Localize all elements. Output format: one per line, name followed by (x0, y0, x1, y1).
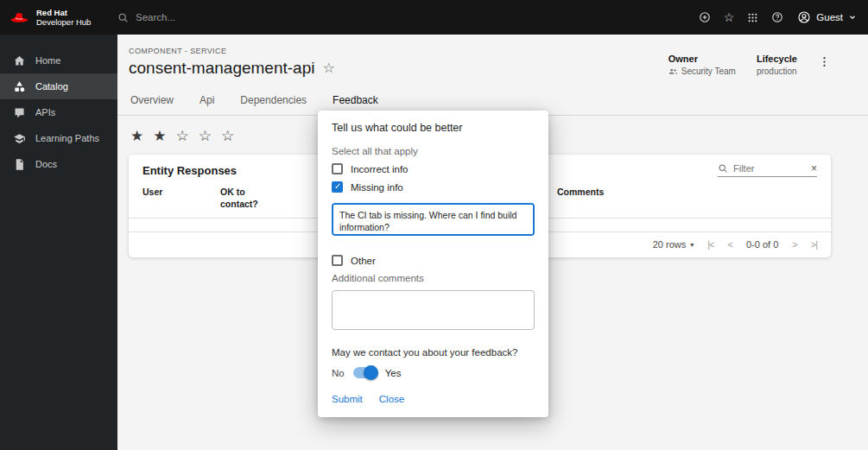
submit-button[interactable]: Submit (332, 394, 363, 404)
help-icon[interactable] (771, 11, 783, 23)
page-header: COMPONENT - SERVICE consent-management-a… (117, 35, 868, 78)
breadcrumb: COMPONENT - SERVICE (129, 47, 335, 55)
pagination-range: 0-0 of 0 (746, 239, 778, 250)
sidebar-item-apis[interactable]: APIs (0, 99, 117, 125)
search-icon (117, 12, 129, 23)
sidebar-item-docs[interactable]: Docs (0, 151, 117, 177)
lifecycle-value: production (757, 67, 797, 76)
brand-line1: Red Hat (36, 8, 91, 17)
lifecycle-block: Lifecycle production (757, 54, 797, 76)
page-title: consent-management-api (129, 59, 314, 78)
toggle-no-label: No (332, 368, 345, 378)
user-name: Guest (816, 12, 843, 22)
column-header-ok-to-contact[interactable]: OK to contact? (220, 187, 265, 210)
header-meta: Owner Security Team Lifecycle production (668, 47, 831, 76)
create-icon[interactable] (699, 11, 711, 23)
top-icon-group: ☆ (699, 11, 784, 23)
feedback-options: Incorrect infoMissing infoOther (332, 163, 535, 266)
owner-label: Owner (668, 54, 736, 64)
top-bar: Red Hat Developer Hub Search... ☆ Guest (0, 0, 868, 35)
sidebar-item-label: Learning Paths (35, 133, 99, 143)
last-page-button[interactable]: >| (811, 239, 817, 250)
owner-value[interactable]: Security Team (681, 67, 736, 76)
toggle-knob (364, 365, 378, 380)
sidebar-item-home[interactable]: Home (0, 48, 117, 73)
sidebar-item-catalog[interactable]: Catalog (0, 73, 117, 99)
contact-question: May we contact you about your feedback? (332, 347, 535, 358)
user-menu[interactable]: Guest (797, 10, 857, 24)
clear-filter-icon[interactable]: × (811, 163, 817, 174)
caret-down-icon: ▾ (690, 241, 694, 249)
checkbox-unchecked-icon (332, 163, 343, 174)
prev-page-button[interactable]: < (728, 239, 732, 250)
toggle-yes-label: Yes (385, 368, 402, 378)
avatar-icon (797, 10, 811, 24)
rating-star-1-filled[interactable]: ★ (130, 129, 143, 143)
contact-toggle-row: No Yes (332, 367, 535, 378)
contact-toggle[interactable] (353, 367, 377, 378)
tab-dependencies[interactable]: Dependencies (238, 89, 308, 116)
additional-comments-textarea[interactable] (332, 290, 535, 330)
sidebar-item-label: Catalog (35, 81, 68, 92)
rows-per-page-value: 20 rows (653, 239, 687, 250)
filter-input[interactable] (733, 163, 806, 174)
chevron-down-icon (848, 13, 857, 22)
rating-star-2-filled[interactable]: ★ (153, 129, 166, 143)
tab-api[interactable]: Api (198, 89, 216, 116)
sidebar-item-label: Docs (35, 159, 57, 169)
checkbox-label: Missing info (351, 182, 403, 193)
brand-text: Red Hat Developer Hub (36, 8, 91, 28)
filter-search-icon (718, 163, 728, 174)
card-title: Entity Responses (143, 164, 237, 177)
red-hat-logo-icon (10, 10, 29, 24)
feedback-modal: Tell us what could be better Select all … (318, 111, 548, 417)
global-search[interactable]: Search... (117, 12, 699, 23)
rating-star-5-outline[interactable]: ☆ (221, 129, 234, 143)
starred-items-icon[interactable]: ☆ (724, 11, 735, 23)
filter-box[interactable]: × (718, 163, 817, 177)
column-header-comments[interactable]: Comments (557, 187, 817, 210)
checkbox-checked-icon (332, 181, 343, 193)
checkbox-missing-info[interactable]: Missing info (332, 181, 535, 193)
checkbox-label: Incorrect info (351, 164, 408, 174)
sidebar-item-learning-paths[interactable]: Learning Paths (0, 125, 117, 151)
lifecycle-label: Lifecycle (757, 54, 797, 64)
next-page-button[interactable]: > (792, 239, 796, 250)
brand-line2: Developer Hub (36, 17, 91, 27)
column-header-user[interactable]: User (143, 187, 220, 210)
additional-comments-label: Additional comments (332, 273, 535, 283)
rows-per-page-select[interactable]: 20 rows ▾ (653, 239, 694, 250)
checkbox-incorrect-info[interactable]: Incorrect info (332, 163, 535, 174)
group-icon (668, 67, 678, 76)
tab-overview[interactable]: Overview (129, 89, 175, 116)
checkbox-unchecked-icon (332, 255, 343, 266)
rating-star-4-outline[interactable]: ☆ (199, 129, 212, 143)
catalog-icon (13, 80, 26, 93)
modal-subtitle: Select all that apply (332, 146, 535, 156)
kebab-menu-icon[interactable] (818, 55, 831, 68)
close-button[interactable]: Close (379, 394, 404, 404)
sidebar: HomeCatalogAPIsLearning PathsDocs (0, 35, 117, 450)
apis-icon (13, 106, 26, 119)
learning-paths-icon (13, 132, 26, 145)
owner-block: Owner Security Team (668, 54, 736, 76)
rating-star-3-outline[interactable]: ☆ (176, 129, 189, 143)
docs-icon (13, 158, 26, 171)
checkbox-label: Other (351, 256, 376, 266)
modal-title: Tell us what could be better (332, 122, 535, 134)
search-placeholder: Search... (136, 12, 175, 22)
sidebar-item-label: Home (35, 55, 60, 66)
home-icon (13, 54, 26, 67)
first-page-button[interactable]: |< (707, 239, 713, 250)
brand-logo[interactable]: Red Hat Developer Hub (0, 8, 117, 28)
checkbox-other[interactable]: Other (332, 255, 535, 266)
sidebar-item-label: APIs (35, 107, 55, 117)
apps-icon[interactable] (747, 12, 758, 23)
missing-info-detail-textarea[interactable] (332, 203, 535, 236)
favorite-star-icon[interactable]: ☆ (322, 61, 334, 75)
